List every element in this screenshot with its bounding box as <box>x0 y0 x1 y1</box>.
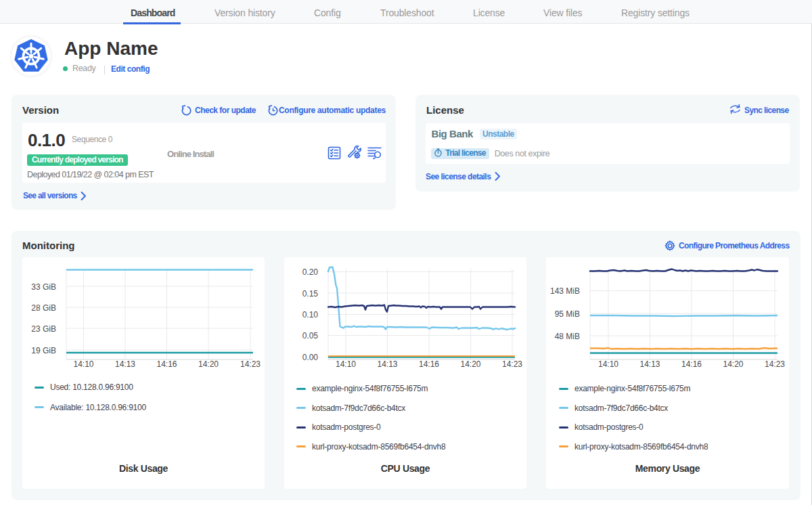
svg-text:0.15: 0.15 <box>302 289 319 299</box>
svg-text:19 GiB: 19 GiB <box>31 346 56 355</box>
svg-text:14:23: 14:23 <box>502 359 522 369</box>
svg-text:14:10: 14:10 <box>73 359 93 369</box>
svg-text:48 MiB: 48 MiB <box>555 332 580 341</box>
svg-text:33 GiB: 33 GiB <box>31 282 56 292</box>
svg-text:23 GiB: 23 GiB <box>31 324 56 334</box>
svg-text:14:13: 14:13 <box>639 359 660 369</box>
svg-text:14:16: 14:16 <box>681 359 702 369</box>
svg-text:0.20: 0.20 <box>302 267 319 277</box>
svg-text:95 MiB: 95 MiB <box>555 309 580 319</box>
svg-text:14:13: 14:13 <box>377 359 397 369</box>
svg-text:0.00: 0.00 <box>302 353 319 362</box>
svg-text:0.10: 0.10 <box>302 310 319 320</box>
svg-text:14:10: 14:10 <box>598 359 618 369</box>
svg-text:14:23: 14:23 <box>240 359 261 369</box>
svg-text:14:20: 14:20 <box>460 359 480 369</box>
svg-text:14:20: 14:20 <box>723 359 743 369</box>
svg-text:14:16: 14:16 <box>419 359 439 369</box>
svg-text:14:20: 14:20 <box>198 359 219 369</box>
svg-text:0.05: 0.05 <box>302 331 319 341</box>
svg-text:14:13: 14:13 <box>115 359 135 369</box>
svg-text:28 GiB: 28 GiB <box>31 303 56 313</box>
svg-text:14:23: 14:23 <box>765 359 785 369</box>
svg-text:14:10: 14:10 <box>336 359 356 369</box>
svg-text:143 MiB: 143 MiB <box>550 286 580 296</box>
svg-text:14:16: 14:16 <box>156 359 177 369</box>
